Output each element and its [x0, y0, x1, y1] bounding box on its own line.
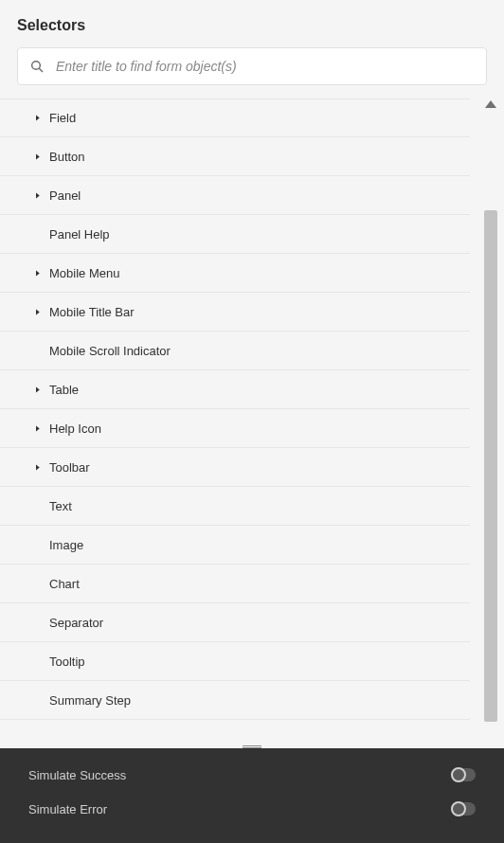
chevron-right-icon	[30, 112, 44, 125]
chevron-right-icon	[30, 188, 44, 202]
list-item[interactable]: Chart	[0, 565, 470, 603]
page-title: Selectors	[17, 17, 487, 34]
list-item-label: Summary Step	[49, 693, 131, 708]
scrollbar[interactable]	[477, 99, 504, 748]
list-item-label: Toolbar	[49, 460, 90, 475]
list-item[interactable]: Panel	[0, 176, 470, 215]
chevron-right-icon	[30, 266, 44, 279]
svg-point-0	[32, 62, 41, 70]
list-item-label: Text	[49, 499, 72, 513]
list-item[interactable]: Summary Step	[0, 681, 470, 720]
simulate-error-toggle[interactable]	[451, 802, 476, 816]
search-container	[0, 47, 504, 99]
list-item-label: Table	[49, 383, 79, 397]
toggle-knob	[451, 767, 466, 782]
list-item-label: Mobile Title Bar	[49, 305, 135, 319]
list-item-label: Mobile Menu	[49, 266, 119, 280]
header: Selectors	[0, 0, 504, 47]
list-item-label: Panel Help	[49, 227, 110, 242]
chevron-right-icon	[30, 305, 44, 318]
list-item-label: Separator	[49, 616, 103, 630]
chevron-right-icon	[30, 150, 44, 163]
list-item-label: Chart	[49, 577, 80, 591]
list-item[interactable]: Panel Help	[0, 215, 470, 254]
simulate-success-toggle[interactable]	[451, 768, 476, 781]
list-item[interactable]: Button	[0, 137, 470, 176]
list-item[interactable]: Field	[0, 99, 470, 137]
chevron-right-icon	[30, 422, 44, 435]
simulate-success-label: Simulate Success	[28, 768, 126, 782]
scroll-thumb[interactable]	[484, 210, 497, 722]
list-item[interactable]: Table	[0, 370, 470, 409]
list-item[interactable]: Toolbar	[0, 448, 470, 487]
toggle-knob	[451, 801, 466, 816]
footer-panel: Simulate Success Simulate Error	[0, 748, 504, 843]
simulate-success-row: Simulate Success	[28, 758, 476, 792]
list-item-label: Help Icon	[49, 422, 101, 436]
svg-line-1	[39, 68, 43, 72]
list-item-label: Tooltip	[49, 655, 85, 669]
chevron-right-icon	[30, 460, 44, 474]
list-item-label: Field	[49, 111, 76, 125]
list-item[interactable]: Separator	[0, 603, 470, 642]
list-item-label: Panel	[49, 188, 81, 203]
list-item[interactable]: Help Icon	[0, 409, 470, 448]
list-item-label: Image	[49, 538, 83, 552]
search-box[interactable]	[17, 47, 487, 85]
list-item[interactable]: Text	[0, 487, 470, 526]
selector-list: FieldButtonPanelPanel HelpMobile MenuMob…	[0, 99, 477, 748]
drag-handle-icon[interactable]	[243, 745, 261, 748]
search-input[interactable]	[56, 59, 475, 74]
chevron-right-icon	[30, 383, 44, 396]
scroll-up-icon[interactable]	[485, 100, 496, 108]
list-item[interactable]: Image	[0, 526, 470, 565]
list-item-label: Button	[49, 150, 85, 164]
list-item[interactable]: Mobile Title Bar	[0, 293, 470, 332]
selector-list-area: FieldButtonPanelPanel HelpMobile MenuMob…	[0, 99, 504, 748]
simulate-error-row: Simulate Error	[28, 792, 476, 826]
list-item-label: Mobile Scroll Indicator	[49, 344, 171, 358]
simulate-error-label: Simulate Error	[28, 802, 107, 816]
list-item[interactable]: Mobile Scroll Indicator	[0, 332, 470, 370]
search-icon	[29, 59, 45, 74]
list-item[interactable]: Mobile Menu	[0, 254, 470, 293]
list-item[interactable]: Tooltip	[0, 642, 470, 681]
